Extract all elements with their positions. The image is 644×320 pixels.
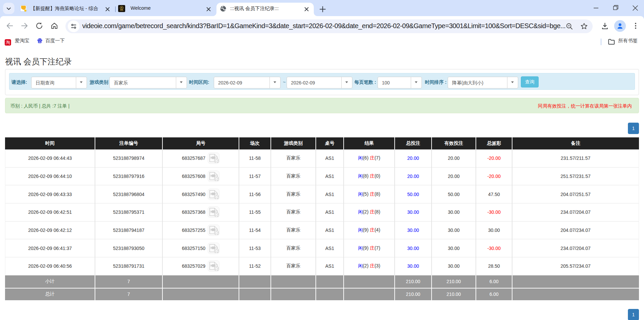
svg-text:du: du bbox=[39, 41, 41, 43]
